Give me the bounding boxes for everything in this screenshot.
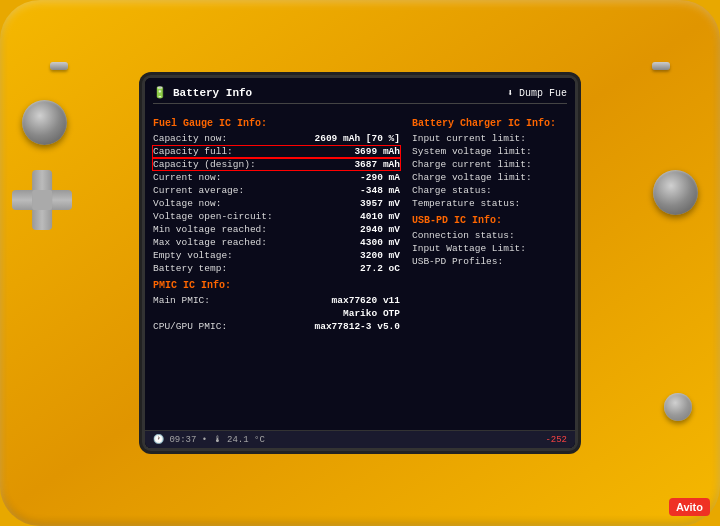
table-row: Connection status: [412, 230, 567, 241]
label-temp-status: Temperature status: [412, 198, 520, 209]
title-left: 🔋 Battery Info [153, 86, 252, 99]
screen-title: Battery Info [173, 87, 252, 99]
value-voltage-now: 3957 mV [360, 198, 400, 209]
label-charge-status: Charge status: [412, 185, 492, 196]
value-cpu-pmic: max77812-3 v5.0 [314, 321, 400, 332]
table-row: Voltage now: 3957 mV [153, 198, 400, 209]
status-dot: • [202, 435, 207, 445]
right-analog-stick[interactable] [653, 170, 698, 215]
status-temp: 24.1 °C [227, 435, 265, 445]
table-row: Empty voltage: 3200 mV [153, 250, 400, 261]
dump-button[interactable]: ⬇ Dump Fue [507, 87, 567, 99]
table-row: Input current limit: [412, 133, 567, 144]
d-pad[interactable] [12, 170, 72, 230]
table-row: Charge voltage limit: [412, 172, 567, 183]
left-small-buttons [50, 62, 68, 70]
status-left: 🕐 09:37 • 🌡 24.1 °C [153, 434, 265, 445]
table-row: Max voltage reached: 4300 mV [153, 237, 400, 248]
temp-icon: 🌡 [213, 435, 222, 445]
dpad-center [32, 190, 52, 210]
label-voltage-oc: Voltage open-circuit: [153, 211, 273, 222]
value-capacity-full: 3699 mAh [354, 146, 400, 157]
title-bar: 🔋 Battery Info ⬇ Dump Fue [153, 86, 567, 104]
label-max-voltage: Max voltage reached: [153, 237, 267, 248]
value-mariko: Mariko OTP [343, 308, 400, 319]
left-analog-stick[interactable] [22, 100, 67, 145]
table-row: Capacity now: 2609 mAh [70 %] [153, 133, 400, 144]
screen: 🔋 Battery Info ⬇ Dump Fue Fuel Gauge IC … [145, 78, 575, 448]
table-row: CPU/GPU PMIC: max77812-3 v5.0 [153, 321, 400, 332]
label-current-avg: Current average: [153, 185, 244, 196]
label-input-current: Input current limit: [412, 133, 526, 144]
content-area: Fuel Gauge IC Info: Capacity now: 2609 m… [153, 112, 567, 416]
value-main-pmic: max77620 v11 [332, 295, 400, 306]
status-time: 09:37 [169, 435, 196, 445]
usb-pd-title: USB-PD IC Info: [412, 215, 567, 226]
table-row: Battery temp: 27.2 oC [153, 263, 400, 274]
label-current-now: Current now: [153, 172, 221, 183]
label-main-pmic: Main PMIC: [153, 295, 210, 306]
label-battery-temp: Battery temp: [153, 263, 227, 274]
label-sys-voltage: System voltage limit: [412, 146, 532, 157]
table-row: Min voltage reached: 2940 mV [153, 224, 400, 235]
table-row: Main PMIC: max77620 v11 [153, 295, 400, 306]
status-bar: 🕐 09:37 • 🌡 24.1 °C -252 [145, 430, 575, 448]
table-row: Charge current limit: [412, 159, 567, 170]
label-capacity-design: Capacity (design): [153, 159, 256, 170]
value-current-avg: -348 mA [360, 185, 400, 196]
label-usb-pd-profiles: USB-PD Profiles: [412, 256, 503, 267]
right-small-buttons [652, 62, 670, 70]
avito-badge: Avito [669, 498, 710, 516]
label-cpu-pmic: CPU/GPU PMIC: [153, 321, 227, 332]
value-voltage-oc: 4010 mV [360, 211, 400, 222]
label-capacity-full: Capacity full: [153, 146, 233, 157]
screen-container: 🔋 Battery Info ⬇ Dump Fue Fuel Gauge IC … [145, 78, 575, 448]
left-panel: Fuel Gauge IC Info: Capacity now: 2609 m… [153, 112, 400, 416]
table-row: Capacity full: 3699 mAh [153, 146, 400, 157]
label-charge-voltage: Charge voltage limit: [412, 172, 532, 183]
pmic-title: PMIC IC Info: [153, 280, 400, 291]
status-right-value: -252 [545, 435, 567, 445]
label-capacity-now: Capacity now: [153, 133, 227, 144]
table-row: System voltage limit: [412, 146, 567, 157]
table-row: Capacity (design): 3687 mAh [153, 159, 400, 170]
table-row: Current now: -290 mA [153, 172, 400, 183]
right-panel: Battery Charger IC Info: Input current l… [412, 112, 567, 416]
table-row: Temperature status: [412, 198, 567, 209]
label-connection-status: Connection status: [412, 230, 515, 241]
table-row: Current average: -348 mA [153, 185, 400, 196]
battery-icon: 🔋 [153, 86, 167, 99]
value-current-now: -290 mA [360, 172, 400, 183]
label-voltage-now: Voltage now: [153, 198, 221, 209]
value-max-voltage: 4300 mV [360, 237, 400, 248]
table-row: Voltage open-circuit: 4010 mV [153, 211, 400, 222]
clock-icon: 🕐 [153, 435, 164, 445]
table-row: USB-PD Profiles: [412, 256, 567, 267]
label-min-voltage: Min voltage reached: [153, 224, 267, 235]
value-battery-temp: 27.2 oC [360, 263, 400, 274]
table-row: Mariko OTP [153, 308, 400, 319]
label-input-wattage: Input Wattage Limit: [412, 243, 526, 254]
battery-charger-title: Battery Charger IC Info: [412, 118, 567, 129]
table-row: Charge status: [412, 185, 567, 196]
plus-button[interactable] [652, 62, 670, 70]
capture-button[interactable] [664, 393, 692, 421]
label-empty-voltage: Empty voltage: [153, 250, 233, 261]
value-empty-voltage: 3200 mV [360, 250, 400, 261]
table-row: Input Wattage Limit: [412, 243, 567, 254]
value-min-voltage: 2940 mV [360, 224, 400, 235]
device-body: 🔋 Battery Info ⬇ Dump Fue Fuel Gauge IC … [0, 0, 720, 526]
fuel-gauge-title: Fuel Gauge IC Info: [153, 118, 400, 129]
value-capacity-design: 3687 mAh [354, 159, 400, 170]
value-capacity-now: 2609 mAh [70 %] [314, 133, 400, 144]
label-charge-current: Charge current limit: [412, 159, 532, 170]
minus-button[interactable] [50, 62, 68, 70]
